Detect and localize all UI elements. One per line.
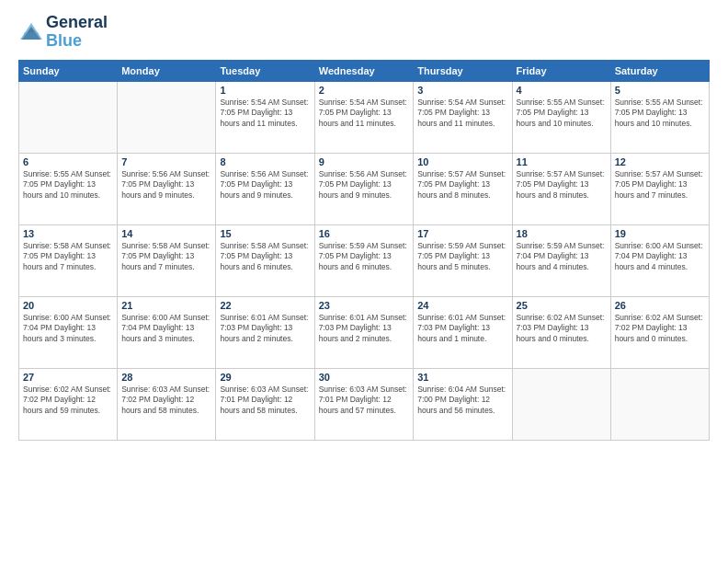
calendar-day-cell: 24Sunrise: 6:01 AM Sunset: 7:03 PM Dayli… (414, 296, 512, 368)
day-number: 11 (517, 156, 607, 167)
day-number: 30 (319, 372, 409, 383)
calendar-day-cell: 8Sunrise: 5:56 AM Sunset: 7:05 PM Daylig… (216, 153, 314, 224)
calendar-week-row: 13Sunrise: 5:58 AM Sunset: 7:05 PM Dayli… (19, 224, 710, 296)
day-detail: Sunrise: 5:54 AM Sunset: 7:05 PM Dayligh… (417, 98, 507, 129)
logo-text: GeneralBlue (46, 14, 108, 51)
calendar-day-cell: 19Sunrise: 6:00 AM Sunset: 7:04 PM Dayli… (610, 224, 709, 296)
page-header: GeneralBlue (18, 14, 710, 51)
day-number: 26 (615, 300, 705, 311)
calendar-day-cell: 22Sunrise: 6:01 AM Sunset: 7:03 PM Dayli… (216, 296, 314, 368)
day-detail: Sunrise: 6:02 AM Sunset: 7:02 PM Dayligh… (615, 313, 705, 344)
calendar-day-cell: 1Sunrise: 5:54 AM Sunset: 7:05 PM Daylig… (216, 81, 314, 153)
weekday-header: Saturday (610, 60, 709, 81)
day-detail: Sunrise: 5:57 AM Sunset: 7:05 PM Dayligh… (417, 169, 507, 201)
calendar-week-row: 27Sunrise: 6:02 AM Sunset: 7:02 PM Dayli… (19, 368, 710, 440)
calendar-day-cell: 15Sunrise: 5:58 AM Sunset: 7:05 PM Dayli… (216, 224, 314, 296)
weekday-header: Friday (512, 60, 610, 81)
calendar-day-cell: 6Sunrise: 5:55 AM Sunset: 7:05 PM Daylig… (19, 153, 118, 224)
day-detail: Sunrise: 5:56 AM Sunset: 7:05 PM Dayligh… (319, 169, 409, 201)
day-number: 20 (23, 300, 113, 311)
calendar-day-cell: 20Sunrise: 6:00 AM Sunset: 7:04 PM Dayli… (19, 296, 118, 368)
day-number: 18 (517, 228, 607, 239)
day-number: 16 (319, 228, 409, 239)
logo-icon (18, 19, 44, 45)
calendar-day-cell: 30Sunrise: 6:03 AM Sunset: 7:01 PM Dayli… (314, 368, 413, 440)
day-detail: Sunrise: 5:55 AM Sunset: 7:05 PM Dayligh… (23, 169, 113, 201)
calendar-day-cell: 4Sunrise: 5:55 AM Sunset: 7:05 PM Daylig… (512, 81, 610, 153)
day-detail: Sunrise: 5:54 AM Sunset: 7:05 PM Dayligh… (220, 98, 310, 129)
calendar-day-cell: 31Sunrise: 6:04 AM Sunset: 7:00 PM Dayli… (414, 368, 512, 440)
logo: GeneralBlue (18, 14, 108, 51)
calendar-day-cell: 23Sunrise: 6:01 AM Sunset: 7:03 PM Dayli… (314, 296, 413, 368)
calendar-day-cell: 25Sunrise: 6:02 AM Sunset: 7:03 PM Dayli… (512, 296, 610, 368)
day-detail: Sunrise: 5:58 AM Sunset: 7:05 PM Dayligh… (23, 241, 113, 272)
day-detail: Sunrise: 5:59 AM Sunset: 7:04 PM Dayligh… (517, 241, 607, 272)
day-number: 25 (517, 300, 607, 311)
weekday-header: Thursday (414, 60, 512, 81)
calendar-day-cell: 28Sunrise: 6:03 AM Sunset: 7:02 PM Dayli… (118, 368, 216, 440)
calendar-day-cell (512, 368, 610, 440)
day-detail: Sunrise: 5:59 AM Sunset: 7:05 PM Dayligh… (417, 241, 507, 272)
day-number: 22 (220, 300, 310, 311)
day-number: 23 (319, 300, 409, 311)
day-number: 13 (23, 228, 113, 239)
calendar-day-cell: 12Sunrise: 5:57 AM Sunset: 7:05 PM Dayli… (610, 153, 709, 224)
calendar-header-row: SundayMondayTuesdayWednesdayThursdayFrid… (19, 60, 710, 81)
day-detail: Sunrise: 6:03 AM Sunset: 7:01 PM Dayligh… (220, 385, 310, 416)
day-detail: Sunrise: 5:55 AM Sunset: 7:05 PM Dayligh… (615, 98, 705, 129)
calendar-day-cell: 21Sunrise: 6:00 AM Sunset: 7:04 PM Dayli… (118, 296, 216, 368)
day-number: 21 (121, 300, 211, 311)
calendar-day-cell: 11Sunrise: 5:57 AM Sunset: 7:05 PM Dayli… (512, 153, 610, 224)
day-number: 4 (517, 85, 607, 96)
calendar-day-cell: 26Sunrise: 6:02 AM Sunset: 7:02 PM Dayli… (610, 296, 709, 368)
day-detail: Sunrise: 6:00 AM Sunset: 7:04 PM Dayligh… (23, 313, 113, 344)
day-detail: Sunrise: 6:01 AM Sunset: 7:03 PM Dayligh… (319, 313, 409, 344)
day-detail: Sunrise: 6:02 AM Sunset: 7:02 PM Dayligh… (23, 385, 113, 416)
day-number: 5 (615, 85, 705, 96)
svg-rect-3 (24, 32, 39, 40)
calendar-day-cell: 18Sunrise: 5:59 AM Sunset: 7:04 PM Dayli… (512, 224, 610, 296)
calendar-day-cell: 14Sunrise: 5:58 AM Sunset: 7:05 PM Dayli… (118, 224, 216, 296)
day-number: 6 (23, 156, 113, 167)
day-number: 29 (220, 372, 310, 383)
day-detail: Sunrise: 6:01 AM Sunset: 7:03 PM Dayligh… (417, 313, 507, 344)
day-number: 19 (615, 228, 705, 239)
day-detail: Sunrise: 5:57 AM Sunset: 7:05 PM Dayligh… (517, 169, 607, 201)
calendar-week-row: 6Sunrise: 5:55 AM Sunset: 7:05 PM Daylig… (19, 153, 710, 224)
day-number: 12 (615, 156, 705, 167)
day-number: 8 (220, 156, 310, 167)
day-number: 28 (121, 372, 211, 383)
day-number: 9 (319, 156, 409, 167)
day-detail: Sunrise: 5:56 AM Sunset: 7:05 PM Dayligh… (121, 169, 211, 201)
weekday-header: Wednesday (314, 60, 413, 81)
day-detail: Sunrise: 5:55 AM Sunset: 7:05 PM Dayligh… (517, 98, 607, 129)
day-detail: Sunrise: 6:04 AM Sunset: 7:00 PM Dayligh… (417, 385, 507, 416)
day-number: 27 (23, 372, 113, 383)
calendar-day-cell: 2Sunrise: 5:54 AM Sunset: 7:05 PM Daylig… (314, 81, 413, 153)
calendar-day-cell: 3Sunrise: 5:54 AM Sunset: 7:05 PM Daylig… (414, 81, 512, 153)
day-number: 1 (220, 85, 310, 96)
calendar-week-row: 20Sunrise: 6:00 AM Sunset: 7:04 PM Dayli… (19, 296, 710, 368)
day-detail: Sunrise: 5:58 AM Sunset: 7:05 PM Dayligh… (220, 241, 310, 272)
day-detail: Sunrise: 5:57 AM Sunset: 7:05 PM Dayligh… (615, 169, 705, 201)
weekday-header: Sunday (19, 60, 118, 81)
calendar-day-cell (19, 81, 118, 153)
weekday-header: Tuesday (216, 60, 314, 81)
day-detail: Sunrise: 6:00 AM Sunset: 7:04 PM Dayligh… (615, 241, 705, 272)
calendar-day-cell: 27Sunrise: 6:02 AM Sunset: 7:02 PM Dayli… (19, 368, 118, 440)
day-detail: Sunrise: 6:00 AM Sunset: 7:04 PM Dayligh… (121, 313, 211, 344)
calendar-day-cell: 13Sunrise: 5:58 AM Sunset: 7:05 PM Dayli… (19, 224, 118, 296)
day-number: 3 (417, 85, 507, 96)
calendar-day-cell: 10Sunrise: 5:57 AM Sunset: 7:05 PM Dayli… (414, 153, 512, 224)
day-detail: Sunrise: 5:58 AM Sunset: 7:05 PM Dayligh… (121, 241, 211, 272)
day-detail: Sunrise: 5:59 AM Sunset: 7:05 PM Dayligh… (319, 241, 409, 272)
calendar-day-cell: 16Sunrise: 5:59 AM Sunset: 7:05 PM Dayli… (314, 224, 413, 296)
day-number: 17 (417, 228, 507, 239)
calendar-day-cell: 17Sunrise: 5:59 AM Sunset: 7:05 PM Dayli… (414, 224, 512, 296)
calendar-day-cell: 29Sunrise: 6:03 AM Sunset: 7:01 PM Dayli… (216, 368, 314, 440)
calendar-day-cell (610, 368, 709, 440)
day-detail: Sunrise: 6:03 AM Sunset: 7:02 PM Dayligh… (121, 385, 211, 416)
calendar-day-cell: 5Sunrise: 5:55 AM Sunset: 7:05 PM Daylig… (610, 81, 709, 153)
calendar-day-cell: 9Sunrise: 5:56 AM Sunset: 7:05 PM Daylig… (314, 153, 413, 224)
day-number: 31 (417, 372, 507, 383)
